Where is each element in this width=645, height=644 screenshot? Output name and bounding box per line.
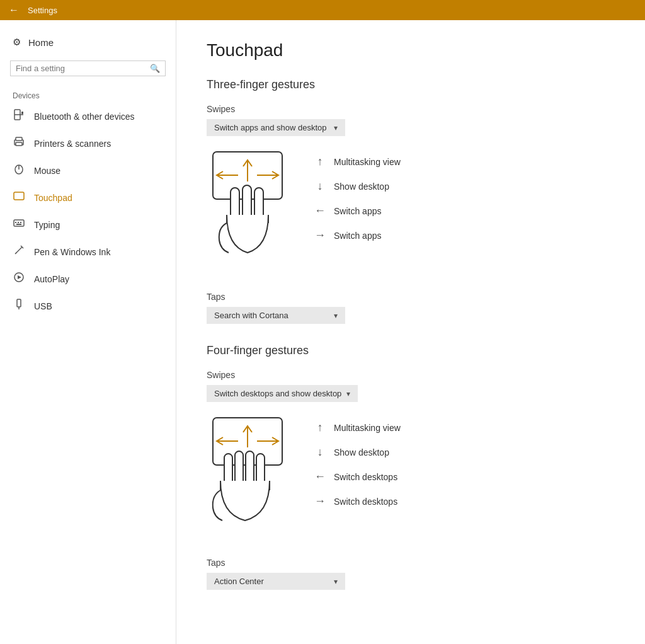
main-content: Touchpad Three-finger gestures Swipes Sw… [176,20,645,644]
three-gesture-item-2: ←Switch apps [314,204,401,217]
sidebar-item-pen[interactable]: Pen & Windows Ink [0,238,176,265]
pen-icon [13,244,25,259]
sidebar-item-typing[interactable]: Typing [0,211,176,238]
gesture-label: Switch apps [334,206,381,216]
search-input[interactable] [16,64,150,73]
titlebar: ← Settings [0,0,645,20]
four-finger-section: Four-finger gestures Swipes Switch deskt… [207,344,615,590]
three-gesture-item-1: ↓Show desktop [314,180,401,193]
sidebar-item-label: Mouse [34,166,60,176]
four-swipes-dropdown-value: Switch desktops and show desktop [214,389,341,398]
autoplay-icon [13,272,25,286]
usb-icon [13,299,25,313]
search-icon: 🔍 [150,64,160,73]
sidebar-item-bluetooth[interactable]: Bluetooth & other devices [0,103,176,130]
gesture-label: Switch desktops [334,472,397,482]
svg-rect-4 [16,142,22,146]
page-title: Touchpad [207,40,615,60]
mouse-icon [13,163,25,178]
sidebar-item-label: Bluetooth & other devices [34,112,135,122]
three-finger-gesture-area: ↑Multitasking view↓Show desktop←Switch a… [207,149,615,277]
bluetooth-icon [13,109,25,124]
svg-rect-12 [20,222,21,223]
three-taps-dropdown-value: Search with Cortana [214,311,288,320]
chevron-down-icon-2: ▾ [334,311,338,320]
sidebar-item-label: Touchpad [34,193,72,203]
gesture-arrow-icon: ↓ [314,446,326,459]
svg-rect-18 [17,299,21,307]
four-finger-title: Four-finger gestures [207,344,615,357]
gesture-arrow-icon: ↑ [314,155,326,168]
four-finger-illustration [207,415,288,543]
touchpad-icon [13,190,25,205]
gesture-arrow-icon: ← [314,470,326,483]
sidebar-item-touchpad[interactable]: Touchpad [0,184,176,211]
home-label: Home [28,37,54,48]
sidebar-item-label: AutoPlay [34,274,69,284]
gesture-label: Show desktop [334,447,389,457]
three-taps-label: Taps [207,292,615,302]
gesture-label: Switch desktops [334,497,397,507]
gesture-label: Multitasking view [334,423,401,433]
printers-icon [13,136,25,151]
sidebar-item-label: Typing [34,220,60,230]
four-gesture-item-3: →Switch desktops [314,495,401,508]
titlebar-title: Settings [28,6,57,15]
chevron-down-icon: ▾ [334,124,338,132]
sidebar-item-label: Printers & scanners [34,139,111,149]
gesture-arrow-icon: → [314,495,326,508]
three-finger-gesture-list: ↑Multitasking view↓Show desktop←Switch a… [314,149,401,242]
three-taps-dropdown[interactable]: Search with Cortana ▾ [207,307,345,324]
three-gesture-item-3: →Switch apps [314,229,401,242]
three-swipes-dropdown-value: Switch apps and show desktop [214,123,327,132]
svg-rect-10 [15,222,16,223]
three-gesture-item-0: ↑Multitasking view [314,155,401,168]
sidebar-item-autoplay[interactable]: AutoPlay [0,265,176,292]
sidebar-item-usb[interactable]: USB [0,292,176,319]
sidebar-item-printers[interactable]: Printers & scanners [0,130,176,157]
sidebar-section-label: Devices [0,86,176,103]
three-swipes-dropdown[interactable]: Switch apps and show desktop ▾ [207,119,345,136]
sidebar-items-container: Bluetooth & other devicesPrinters & scan… [0,103,176,319]
gesture-arrow-icon: ← [314,204,326,217]
four-taps-dropdown[interactable]: Action Center ▾ [207,573,345,590]
sidebar: ⚙ Home 🔍 Devices Bluetooth & other devic… [0,20,176,644]
gesture-label: Switch apps [334,231,381,241]
three-finger-title: Three-finger gestures [207,78,615,91]
gesture-arrow-icon: → [314,229,326,242]
four-taps-dropdown-value: Action Center [214,577,264,586]
gesture-label: Show desktop [334,181,389,192]
three-finger-section: Three-finger gestures Swipes Switch apps… [207,78,615,324]
typing-icon [13,217,25,232]
four-finger-gesture-list: ↑Multitasking view↓Show desktop←Switch d… [314,415,401,508]
four-gesture-item-2: ←Switch desktops [314,470,401,483]
three-swipes-label: Swipes [207,104,615,114]
chevron-down-icon-4: ▾ [334,577,338,586]
svg-line-14 [16,247,22,253]
svg-line-15 [15,253,16,254]
gesture-arrow-icon: ↑ [314,421,326,434]
four-swipes-dropdown[interactable]: Switch desktops and show desktop ▾ [207,385,358,402]
three-finger-illustration [207,149,288,277]
four-gesture-item-0: ↑Multitasking view [314,421,401,434]
svg-marker-17 [18,275,21,279]
sidebar-item-label: USB [34,301,52,311]
four-gesture-item-1: ↓Show desktop [314,446,401,459]
four-finger-gesture-area: ↑Multitasking view↓Show desktop←Switch d… [207,415,615,543]
gesture-arrow-icon: ↓ [314,180,326,193]
home-icon: ⚙ [13,37,21,48]
svg-rect-11 [18,222,19,223]
four-taps-label: Taps [207,558,615,568]
gesture-label: Multitasking view [334,157,401,167]
sidebar-item-label: Pen & Windows Ink [34,247,110,257]
sidebar-home-button[interactable]: ⚙ Home [0,30,176,54]
search-box: 🔍 [10,60,166,76]
svg-rect-13 [16,224,21,225]
four-swipes-label: Swipes [207,370,615,380]
sidebar-item-mouse[interactable]: Mouse [0,157,176,184]
svg-rect-2 [21,112,23,114]
back-button[interactable]: ← [6,2,21,18]
svg-rect-8 [14,192,24,200]
svg-rect-5 [16,137,22,141]
chevron-down-icon-3: ▾ [346,389,350,398]
